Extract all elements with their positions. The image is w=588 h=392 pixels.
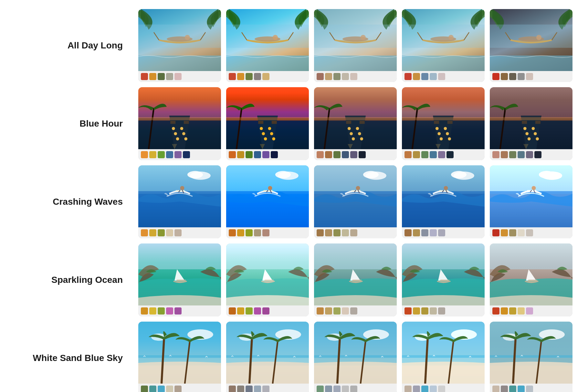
swatch-blue-hour-1-4[interactable] (166, 151, 173, 158)
swatch-white-sand-blue-sky-1-5[interactable] (174, 386, 182, 392)
swatch-all-day-long-2-3[interactable] (246, 73, 253, 80)
swatch-sparkling-ocean-5-4[interactable] (518, 307, 525, 315)
swatch-blue-hour-2-4[interactable] (254, 151, 261, 158)
swatch-blue-hour-5-1[interactable] (492, 151, 499, 158)
swatch-white-sand-blue-sky-5-2[interactable] (501, 386, 508, 392)
swatch-blue-hour-4-1[interactable] (404, 151, 412, 158)
swatch-white-sand-blue-sky-1-1[interactable] (141, 386, 148, 392)
swatch-blue-hour-1-2[interactable] (149, 151, 156, 158)
swatch-sparkling-ocean-5-1[interactable] (492, 307, 499, 315)
swatch-blue-hour-2-6[interactable] (271, 151, 278, 158)
image-card-blue-hour-5[interactable] (490, 87, 572, 160)
image-card-white-sand-blue-sky-5[interactable] (490, 322, 572, 392)
swatch-all-day-long-5-2[interactable] (501, 73, 508, 80)
image-card-blue-hour-1[interactable] (138, 87, 221, 160)
swatch-blue-hour-3-2[interactable] (325, 151, 332, 158)
swatch-sparkling-ocean-1-5[interactable] (174, 307, 182, 315)
swatch-crashing-waves-4-4[interactable] (430, 229, 437, 236)
swatch-sparkling-ocean-4-2[interactable] (413, 307, 420, 315)
swatch-crashing-waves-2-3[interactable] (246, 229, 253, 236)
swatch-white-sand-blue-sky-3-4[interactable] (342, 386, 349, 392)
swatch-crashing-waves-1-5[interactable] (174, 229, 182, 236)
swatch-blue-hour-5-3[interactable] (509, 151, 516, 158)
swatch-all-day-long-1-3[interactable] (158, 73, 165, 80)
swatch-sparkling-ocean-5-2[interactable] (501, 307, 508, 315)
swatch-white-sand-blue-sky-1-4[interactable] (166, 386, 173, 392)
swatch-crashing-waves-1-2[interactable] (149, 229, 156, 236)
image-card-all-day-long-1[interactable] (138, 9, 221, 82)
swatch-sparkling-ocean-2-2[interactable] (237, 307, 244, 315)
swatch-blue-hour-2-5[interactable] (262, 151, 269, 158)
swatch-blue-hour-2-2[interactable] (237, 151, 244, 158)
image-card-sparkling-ocean-2[interactable] (226, 243, 309, 316)
swatch-all-day-long-4-4[interactable] (430, 73, 437, 80)
swatch-blue-hour-4-6[interactable] (446, 151, 454, 158)
swatch-all-day-long-4-2[interactable] (413, 73, 420, 80)
swatch-blue-hour-4-3[interactable] (421, 151, 428, 158)
image-card-all-day-long-2[interactable] (226, 9, 309, 82)
swatch-crashing-waves-3-2[interactable] (325, 229, 332, 236)
image-card-sparkling-ocean-3[interactable] (314, 243, 397, 316)
swatch-all-day-long-2-2[interactable] (237, 73, 244, 80)
image-card-sparkling-ocean-5[interactable] (490, 243, 572, 316)
swatch-sparkling-ocean-1-4[interactable] (166, 307, 173, 315)
image-card-crashing-waves-2[interactable] (226, 165, 309, 238)
image-card-blue-hour-3[interactable] (314, 87, 397, 160)
swatch-all-day-long-5-4[interactable] (518, 73, 525, 80)
swatch-sparkling-ocean-4-3[interactable] (421, 307, 428, 315)
image-card-white-sand-blue-sky-2[interactable] (226, 322, 309, 392)
swatch-sparkling-ocean-3-4[interactable] (342, 307, 349, 315)
swatch-sparkling-ocean-3-5[interactable] (350, 307, 357, 315)
swatch-crashing-waves-2-4[interactable] (254, 229, 261, 236)
swatch-sparkling-ocean-1-1[interactable] (141, 307, 148, 315)
swatch-all-day-long-2-4[interactable] (254, 73, 261, 80)
swatch-sparkling-ocean-4-5[interactable] (438, 307, 445, 315)
swatch-crashing-waves-4-5[interactable] (438, 229, 445, 236)
swatch-blue-hour-1-3[interactable] (158, 151, 165, 158)
swatch-sparkling-ocean-2-5[interactable] (262, 307, 269, 315)
swatch-white-sand-blue-sky-1-2[interactable] (149, 386, 156, 392)
swatch-white-sand-blue-sky-1-3[interactable] (158, 386, 165, 392)
swatch-crashing-waves-1-3[interactable] (158, 229, 165, 236)
swatch-crashing-waves-2-5[interactable] (262, 229, 269, 236)
swatch-blue-hour-5-6[interactable] (534, 151, 541, 158)
image-card-all-day-long-5[interactable] (490, 9, 572, 82)
swatch-blue-hour-4-2[interactable] (413, 151, 420, 158)
swatch-white-sand-blue-sky-2-5[interactable] (262, 386, 269, 392)
swatch-blue-hour-1-6[interactable] (183, 151, 190, 158)
swatch-all-day-long-3-5[interactable] (350, 73, 357, 80)
swatch-white-sand-blue-sky-3-3[interactable] (333, 386, 341, 392)
swatch-blue-hour-3-3[interactable] (333, 151, 341, 158)
swatch-sparkling-ocean-5-3[interactable] (509, 307, 516, 315)
swatch-all-day-long-4-1[interactable] (404, 73, 412, 80)
swatch-white-sand-blue-sky-2-4[interactable] (254, 386, 261, 392)
swatch-white-sand-blue-sky-5-5[interactable] (526, 386, 533, 392)
swatch-sparkling-ocean-3-1[interactable] (317, 307, 324, 315)
swatch-crashing-waves-1-4[interactable] (166, 229, 173, 236)
swatch-all-day-long-5-1[interactable] (492, 73, 499, 80)
image-card-crashing-waves-4[interactable] (402, 165, 485, 238)
swatch-crashing-waves-3-3[interactable] (333, 229, 341, 236)
swatch-all-day-long-2-5[interactable] (262, 73, 269, 80)
swatch-crashing-waves-5-1[interactable] (492, 229, 499, 236)
image-card-sparkling-ocean-4[interactable] (402, 243, 485, 316)
swatch-sparkling-ocean-5-5[interactable] (526, 307, 533, 315)
swatch-blue-hour-3-4[interactable] (342, 151, 349, 158)
image-card-white-sand-blue-sky-3[interactable] (314, 322, 397, 392)
swatch-crashing-waves-5-5[interactable] (526, 229, 533, 236)
swatch-all-day-long-1-4[interactable] (166, 73, 173, 80)
swatch-white-sand-blue-sky-2-3[interactable] (246, 386, 253, 392)
image-card-white-sand-blue-sky-1[interactable] (138, 322, 221, 392)
swatch-crashing-waves-4-1[interactable] (404, 229, 412, 236)
swatch-crashing-waves-5-2[interactable] (501, 229, 508, 236)
swatch-white-sand-blue-sky-3-2[interactable] (325, 386, 332, 392)
swatch-crashing-waves-4-2[interactable] (413, 229, 420, 236)
image-card-all-day-long-4[interactable] (402, 9, 485, 82)
swatch-all-day-long-4-3[interactable] (421, 73, 428, 80)
swatch-crashing-waves-1-1[interactable] (141, 229, 148, 236)
swatch-white-sand-blue-sky-3-5[interactable] (350, 386, 357, 392)
swatch-blue-hour-3-1[interactable] (317, 151, 324, 158)
image-card-blue-hour-4[interactable] (402, 87, 485, 160)
image-card-crashing-waves-1[interactable] (138, 165, 221, 238)
swatch-sparkling-ocean-3-3[interactable] (333, 307, 341, 315)
